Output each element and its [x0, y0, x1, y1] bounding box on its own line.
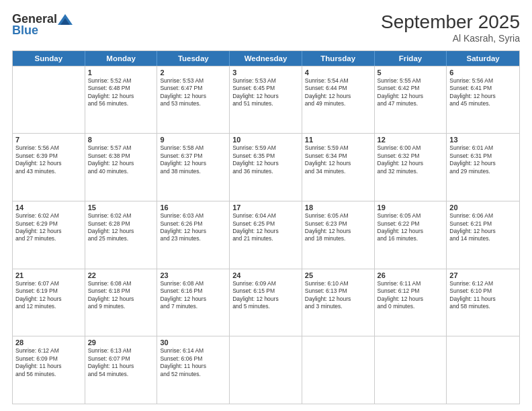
- week-row-2: 7Sunrise: 5:56 AM Sunset: 6:39 PM Daylig…: [13, 133, 519, 201]
- header-day-friday: Friday: [375, 51, 447, 66]
- day-cell-28: 28Sunrise: 6:12 AM Sunset: 6:09 PM Dayli…: [13, 336, 85, 404]
- logo-icon: [58, 14, 73, 25]
- day-cell-empty: [375, 336, 447, 404]
- header: General Blue September 2025 Al Kasrah, S…: [12, 12, 520, 44]
- page: General Blue September 2025 Al Kasrah, S…: [0, 0, 532, 411]
- calendar-body: 1Sunrise: 5:52 AM Sunset: 6:48 PM Daylig…: [13, 66, 519, 404]
- day-cell-18: 18Sunrise: 6:05 AM Sunset: 6:23 PM Dayli…: [302, 201, 375, 269]
- day-info: Sunrise: 6:10 AM Sunset: 6:13 PM Dayligh…: [305, 280, 371, 311]
- day-cell-21: 21Sunrise: 6:07 AM Sunset: 6:19 PM Dayli…: [13, 269, 85, 336]
- day-number: 14: [15, 203, 82, 212]
- day-cell-empty: [302, 336, 375, 404]
- header-day-tuesday: Tuesday: [157, 51, 230, 66]
- week-row-4: 21Sunrise: 6:07 AM Sunset: 6:19 PM Dayli…: [13, 269, 519, 336]
- header-day-saturday: Saturday: [447, 51, 519, 66]
- day-number: 22: [88, 271, 154, 279]
- day-number: 3: [232, 68, 299, 77]
- day-cell-4: 4Sunrise: 5:54 AM Sunset: 6:44 PM Daylig…: [302, 66, 375, 134]
- day-number: 8: [88, 136, 154, 144]
- day-cell-10: 10Sunrise: 5:59 AM Sunset: 6:35 PM Dayli…: [230, 134, 302, 201]
- day-number: 16: [160, 203, 226, 212]
- day-info: Sunrise: 6:03 AM Sunset: 6:26 PM Dayligh…: [160, 212, 226, 243]
- location-title: Al Kasrah, Syria: [381, 33, 520, 44]
- logo: General Blue: [12, 12, 73, 38]
- day-info: Sunrise: 5:59 AM Sunset: 6:34 PM Dayligh…: [305, 144, 371, 175]
- day-cell-3: 3Sunrise: 5:53 AM Sunset: 6:45 PM Daylig…: [230, 66, 302, 134]
- day-cell-11: 11Sunrise: 5:59 AM Sunset: 6:34 PM Dayli…: [302, 134, 375, 201]
- day-number: 18: [305, 203, 371, 212]
- calendar: SundayMondayTuesdayWednesdayThursdayFrid…: [12, 50, 520, 404]
- day-info: Sunrise: 5:55 AM Sunset: 6:42 PM Dayligh…: [378, 77, 444, 108]
- day-info: Sunrise: 6:00 AM Sunset: 6:32 PM Dayligh…: [378, 144, 444, 175]
- day-number: 20: [449, 203, 517, 212]
- month-title: September 2025: [381, 12, 520, 33]
- day-info: Sunrise: 5:59 AM Sunset: 6:35 PM Dayligh…: [232, 144, 299, 175]
- day-info: Sunrise: 6:06 AM Sunset: 6:21 PM Dayligh…: [449, 212, 517, 243]
- day-cell-1: 1Sunrise: 5:52 AM Sunset: 6:48 PM Daylig…: [85, 66, 158, 134]
- week-row-1: 1Sunrise: 5:52 AM Sunset: 6:48 PM Daylig…: [13, 66, 519, 134]
- day-cell-6: 6Sunrise: 5:56 AM Sunset: 6:41 PM Daylig…: [447, 66, 519, 134]
- day-cell-23: 23Sunrise: 6:08 AM Sunset: 6:16 PM Dayli…: [157, 269, 230, 336]
- day-cell-15: 15Sunrise: 6:02 AM Sunset: 6:28 PM Dayli…: [85, 201, 158, 269]
- day-number: 4: [305, 68, 371, 77]
- day-cell-13: 13Sunrise: 6:01 AM Sunset: 6:31 PM Dayli…: [447, 134, 519, 201]
- day-cell-19: 19Sunrise: 6:05 AM Sunset: 6:22 PM Dayli…: [375, 201, 447, 269]
- day-cell-25: 25Sunrise: 6:10 AM Sunset: 6:13 PM Dayli…: [302, 269, 375, 336]
- day-number: 30: [160, 338, 226, 347]
- day-number: 15: [88, 203, 154, 212]
- day-info: Sunrise: 6:05 AM Sunset: 6:23 PM Dayligh…: [305, 212, 371, 243]
- day-info: Sunrise: 6:12 AM Sunset: 6:09 PM Dayligh…: [15, 347, 82, 378]
- day-number: 25: [305, 271, 371, 279]
- day-cell-5: 5Sunrise: 5:55 AM Sunset: 6:42 PM Daylig…: [375, 66, 447, 134]
- day-cell-12: 12Sunrise: 6:00 AM Sunset: 6:32 PM Dayli…: [375, 134, 447, 201]
- day-cell-9: 9Sunrise: 5:58 AM Sunset: 6:37 PM Daylig…: [157, 134, 230, 201]
- day-cell-7: 7Sunrise: 5:56 AM Sunset: 6:39 PM Daylig…: [13, 134, 85, 201]
- day-info: Sunrise: 6:01 AM Sunset: 6:31 PM Dayligh…: [449, 144, 517, 175]
- day-number: 27: [449, 271, 517, 279]
- day-number: 9: [160, 136, 226, 144]
- day-info: Sunrise: 5:56 AM Sunset: 6:39 PM Dayligh…: [15, 144, 82, 175]
- header-day-wednesday: Wednesday: [230, 51, 302, 66]
- day-number: 2: [160, 68, 226, 77]
- day-info: Sunrise: 6:07 AM Sunset: 6:19 PM Dayligh…: [15, 280, 82, 311]
- day-cell-empty: [230, 336, 302, 404]
- day-number: 29: [88, 338, 154, 347]
- logo-blue: Blue: [12, 24, 38, 38]
- day-number: 5: [378, 68, 444, 77]
- day-cell-empty: [447, 336, 519, 404]
- day-cell-24: 24Sunrise: 6:09 AM Sunset: 6:15 PM Dayli…: [230, 269, 302, 336]
- day-info: Sunrise: 6:05 AM Sunset: 6:22 PM Dayligh…: [378, 212, 444, 243]
- calendar-header: SundayMondayTuesdayWednesdayThursdayFrid…: [13, 51, 519, 66]
- day-number: 13: [449, 136, 517, 144]
- day-info: Sunrise: 5:53 AM Sunset: 6:45 PM Dayligh…: [232, 77, 299, 108]
- day-number: 10: [232, 136, 299, 144]
- day-info: Sunrise: 6:04 AM Sunset: 6:25 PM Dayligh…: [232, 212, 299, 243]
- week-row-5: 28Sunrise: 6:12 AM Sunset: 6:09 PM Dayli…: [13, 336, 519, 404]
- day-cell-22: 22Sunrise: 6:08 AM Sunset: 6:18 PM Dayli…: [85, 269, 158, 336]
- day-info: Sunrise: 6:12 AM Sunset: 6:10 PM Dayligh…: [449, 280, 517, 311]
- header-day-sunday: Sunday: [13, 51, 85, 66]
- header-day-thursday: Thursday: [302, 51, 375, 66]
- week-row-3: 14Sunrise: 6:02 AM Sunset: 6:29 PM Dayli…: [13, 201, 519, 269]
- header-day-monday: Monday: [85, 51, 158, 66]
- day-info: Sunrise: 5:56 AM Sunset: 6:41 PM Dayligh…: [449, 77, 517, 108]
- day-number: 21: [15, 271, 82, 279]
- day-info: Sunrise: 6:13 AM Sunset: 6:07 PM Dayligh…: [88, 347, 154, 378]
- day-number: 12: [378, 136, 444, 144]
- day-cell-27: 27Sunrise: 6:12 AM Sunset: 6:10 PM Dayli…: [447, 269, 519, 336]
- day-number: 19: [378, 203, 444, 212]
- day-info: Sunrise: 5:54 AM Sunset: 6:44 PM Dayligh…: [305, 77, 371, 108]
- day-cell-29: 29Sunrise: 6:13 AM Sunset: 6:07 PM Dayli…: [85, 336, 158, 404]
- day-info: Sunrise: 5:57 AM Sunset: 6:38 PM Dayligh…: [88, 144, 154, 175]
- day-info: Sunrise: 5:52 AM Sunset: 6:48 PM Dayligh…: [88, 77, 154, 108]
- day-info: Sunrise: 5:53 AM Sunset: 6:47 PM Dayligh…: [160, 77, 226, 108]
- day-number: 1: [88, 68, 154, 77]
- day-info: Sunrise: 6:08 AM Sunset: 6:18 PM Dayligh…: [88, 280, 154, 311]
- day-cell-2: 2Sunrise: 5:53 AM Sunset: 6:47 PM Daylig…: [157, 66, 230, 134]
- day-cell-16: 16Sunrise: 6:03 AM Sunset: 6:26 PM Dayli…: [157, 201, 230, 269]
- day-number: 17: [232, 203, 299, 212]
- day-number: 28: [15, 338, 82, 347]
- day-info: Sunrise: 5:58 AM Sunset: 6:37 PM Dayligh…: [160, 144, 226, 175]
- day-number: 24: [232, 271, 299, 279]
- day-number: 26: [378, 271, 444, 279]
